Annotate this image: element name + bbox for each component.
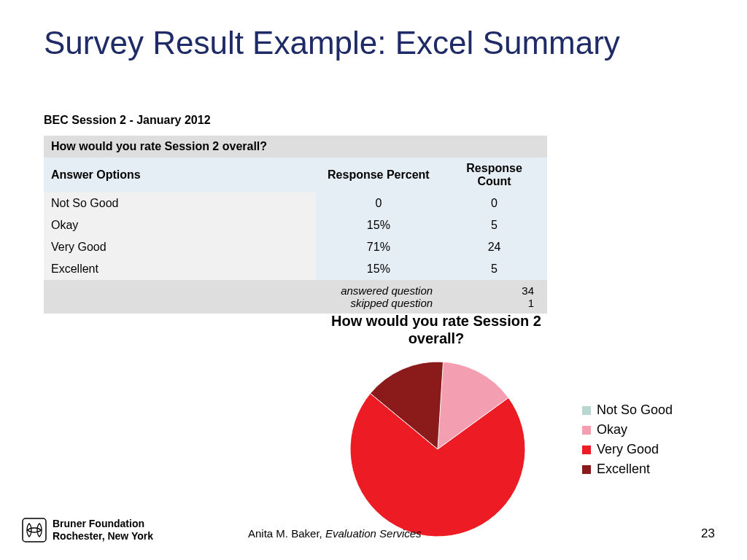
row-cnt: 5 [441,214,547,236]
svg-rect-0 [23,518,46,542]
row-label: Okay [44,214,316,236]
table-row: Excellent 15% 5 [44,258,547,280]
question-cell: How would you rate Session 2 overall? [44,136,547,158]
row-cnt: 0 [441,192,547,214]
page-number: 23 [701,526,715,541]
footer-org-2: Rochester, New York [53,530,153,542]
chart-legend: Not So Good Okay Very Good Excellent [582,398,673,481]
answered-value: 34 [441,280,547,297]
legend-item: Okay [582,422,673,438]
row-cnt: 24 [441,236,547,258]
footer-org-1: Bruner Foundation [53,518,153,530]
skipped-label: skipped question [316,297,442,314]
pie-chart [292,354,584,547]
col-answer-options: Answer Options [44,158,316,192]
row-pct: 71% [316,236,442,258]
row-pct: 0 [316,192,442,214]
footer-author: Anita M. Baker, Evaluation Services [248,527,422,540]
skipped-value: 1 [441,297,547,314]
row-label: Excellent [44,258,316,280]
legend-label: Okay [597,422,627,438]
legend-label: Not So Good [597,402,673,418]
row-pct: 15% [316,214,442,236]
legend-item: Not So Good [582,402,673,418]
table-row: Very Good 71% 24 [44,236,547,258]
table-row: Okay 15% 5 [44,214,547,236]
chart-title: How would you rate Session 2 overall? [305,312,568,347]
skipped-row: skipped question 1 [44,297,547,314]
knot-icon [22,518,47,542]
table-row: Not So Good 0 0 [44,192,547,214]
row-cnt: 5 [441,258,547,280]
author-role: Evaluation Services [325,527,422,540]
legend-swatch-icon [582,406,591,415]
answered-label: answered question [316,280,442,297]
slide-title: Survey Result Example: Excel Summary [44,25,620,61]
author-name: Anita M. Baker, [248,527,325,540]
legend-item: Very Good [582,442,673,457]
legend-swatch-icon [582,426,591,435]
legend-swatch-icon [582,446,591,454]
col-response-count: Response Count [441,158,547,192]
row-pct: 15% [316,258,442,280]
footer-logo: Bruner Foundation Rochester, New York [22,518,153,542]
legend-swatch-icon [582,465,591,474]
row-label: Very Good [44,236,316,258]
survey-table: How would you rate Session 2 overall? An… [44,136,547,314]
row-label: Not So Good [44,192,316,214]
legend-item: Excellent [582,462,673,477]
legend-label: Excellent [597,462,650,477]
table-caption: BEC Session 2 - January 2012 [44,114,211,127]
answered-row: answered question 34 [44,280,547,297]
col-response-percent: Response Percent [316,158,442,192]
legend-label: Very Good [597,442,659,457]
